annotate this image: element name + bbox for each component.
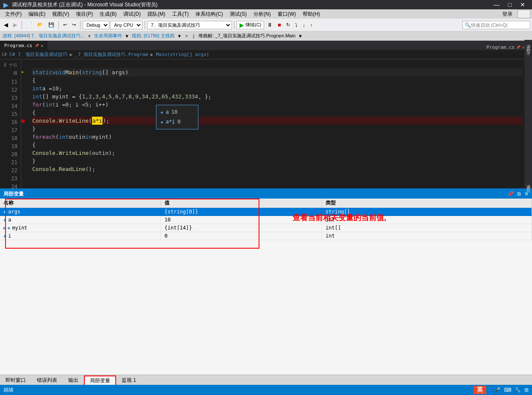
sidebar-tool-7[interactable]: 栈 [525, 185, 532, 187]
toolbar-separator-1 [22, 21, 22, 29]
myint-expand-icon[interactable]: ▶ [3, 225, 6, 231]
save-button[interactable]: 💾 [46, 21, 56, 29]
lang-icon: C# [2, 52, 7, 57]
code-content[interactable]: static void Main(string[] args) { int a … [29, 59, 527, 188]
continue-button[interactable]: ▶ 继续(C) [237, 21, 264, 29]
marker-12 [21, 76, 29, 84]
pause-button[interactable]: ⏸ [265, 20, 275, 29]
keyboard-icon[interactable]: ⌨ [504, 387, 511, 393]
step-over-button[interactable]: ⤵ [293, 21, 300, 29]
tab-locals[interactable]: 局部变量 [84, 375, 116, 385]
tab-close-button[interactable]: ✕ [41, 43, 43, 48]
menu-help[interactable]: 帮助(H) [299, 10, 323, 19]
marker-24 [21, 173, 29, 181]
bc-project[interactable]: C# 7、项目实施及调试技巧 [8, 51, 69, 58]
open-button[interactable]: 📂 [35, 21, 45, 29]
mic-icon[interactable]: 🎤 [494, 387, 501, 393]
locals-close-button[interactable]: ✕ [524, 191, 529, 197]
pin-icon[interactable]: 📌 [35, 44, 39, 48]
locals-row-a[interactable]: ◆ a 10 int [0, 216, 532, 224]
toolbar-separator-4 [145, 21, 145, 29]
minimize-button[interactable]: — [490, 1, 503, 8]
new-file-button[interactable]: 📄 [24, 21, 34, 29]
thread-link[interactable]: 线程: [51796] 主线程 [132, 33, 175, 39]
menu-tools[interactable]: 工具(T) [169, 10, 192, 19]
code-line-15: for (int i = 0; i < 5; i++) [32, 101, 523, 109]
tab-immediate[interactable]: 即时窗口 [0, 375, 31, 385]
menu-analyze[interactable]: 分析(N) [250, 10, 274, 19]
sidebar-tool-6[interactable]: 用 [525, 183, 532, 185]
project-select[interactable]: 7、项目实施及调试技巧 [147, 21, 232, 29]
login-button[interactable]: 登录 [499, 10, 516, 19]
menu-project[interactable]: 项目(P) [72, 10, 96, 19]
menu-test[interactable]: 测试(S) [226, 10, 250, 19]
locals-table-header: 名称 值 类型 [0, 199, 532, 208]
tab-watch1[interactable]: 监视 1 [116, 375, 142, 385]
search-icon: 🔍 [465, 22, 471, 28]
highlight-axi: a*i [92, 117, 103, 125]
sidebar-tool-2[interactable]: 试 [525, 43, 532, 45]
code-line-20: { [32, 141, 523, 149]
bc-class[interactable]: _7_项目实施及调试技巧.Program [73, 51, 150, 58]
continue-label: 继续(C) [245, 22, 261, 28]
menu-window[interactable]: 窗口(W) [274, 10, 299, 19]
marker-20 [21, 141, 29, 149]
stop-button[interactable]: ■ [276, 20, 283, 29]
pin-right-icon[interactable]: 📌 [516, 45, 521, 49]
args-name: args [8, 209, 20, 215]
i-icon: ◆ [3, 233, 6, 239]
code-editor[interactable]: 0 个引用 11 12 13 14 15 16 17 18 19 20 21 2… [0, 59, 532, 188]
editor-tab-program-cs-right[interactable]: Program.cs [487, 45, 515, 50]
undo-button[interactable]: ↩ [61, 21, 69, 29]
maximize-button[interactable]: □ [505, 1, 515, 8]
platform-select[interactable]: Any CPU [110, 21, 142, 29]
menu-build[interactable]: 生成(B) [96, 10, 120, 19]
myint-type: int[] [322, 224, 532, 232]
ime-status[interactable]: 英 [474, 386, 486, 394]
tab-errors[interactable]: 错误列表 [31, 375, 63, 385]
menu-debug[interactable]: 调试(D) [120, 10, 144, 19]
forward-button[interactable]: ▶ [11, 20, 19, 29]
sidebar-tool-5[interactable]: 调 [525, 181, 532, 182]
locals-pin-button[interactable]: 📌 [507, 191, 514, 197]
i-value: 0 [161, 232, 322, 240]
process-link[interactable]: 进程: [48844] 7、项目实施及调试技巧... [3, 33, 84, 39]
sidebar-tool-1[interactable]: 调 [525, 41, 532, 42]
stack-frame: 堆栈帧: _7_项目实施及调试技巧.Program.Main [198, 33, 295, 39]
status-left: 就绪 [3, 387, 14, 394]
lifecycle-link[interactable]: 生命周期事件 [94, 33, 122, 39]
menu-file[interactable]: 文件(F) [2, 10, 25, 19]
locals-row-i[interactable]: ◆ i 0 int [0, 232, 532, 240]
bc-method[interactable]: Main(string[] args) [154, 51, 211, 58]
quick-launch-input[interactable] [471, 22, 526, 28]
menu-view[interactable]: 视图(V) [49, 10, 72, 19]
menu-team[interactable]: 团队(M) [144, 10, 169, 19]
locals-row-args[interactable]: ◆ args {string[0]} string[] [0, 208, 532, 216]
myint-name: myint [12, 225, 27, 231]
dot-icon: · [490, 388, 491, 392]
close-button[interactable]: ✕ [517, 1, 529, 8]
restart-button[interactable]: ↻ [284, 21, 292, 29]
back-button[interactable]: ◀ [2, 20, 10, 29]
tooltip-row-axi: ◆ a*i 0 [161, 117, 194, 127]
step-into-button[interactable]: ↓ [301, 21, 307, 29]
marker-19 [21, 133, 29, 141]
sidebar-tool-4[interactable]: 序 [525, 47, 532, 49]
tab-output[interactable]: 输出 [63, 375, 84, 385]
toolbar-separator-3 [80, 21, 81, 29]
debug-mode-select[interactable]: Debug [83, 21, 109, 29]
redo-button[interactable]: ↪ [70, 21, 78, 29]
locals-table: 名称 值 类型 ◆ args {string[0]} string[] ◆ a … [0, 199, 532, 275]
menu-arch[interactable]: 体系结构(C) [192, 10, 226, 19]
locals-expand-button[interactable]: ⧉ [517, 191, 521, 197]
bottom-tabs: 即时窗口 错误列表 输出 局部变量 监视 1 [0, 375, 532, 385]
settings-icon[interactable]: 🔧 [515, 387, 521, 393]
marker-14 [21, 92, 29, 101]
step-out-button[interactable]: ↑ [308, 21, 315, 29]
editor-tab-program-cs[interactable]: Program.cs 📌 ✕ [0, 41, 48, 50]
sidebar-tool-3[interactable]: 程 [525, 45, 532, 47]
menu-edit[interactable]: 编辑(E) [25, 10, 49, 19]
locals-row-myint[interactable]: ▶ ◆ myint {int[14]} int[] [0, 224, 532, 232]
grid-icon[interactable]: ⊞ [524, 387, 529, 393]
window-controls[interactable]: — □ ✕ [490, 1, 529, 8]
